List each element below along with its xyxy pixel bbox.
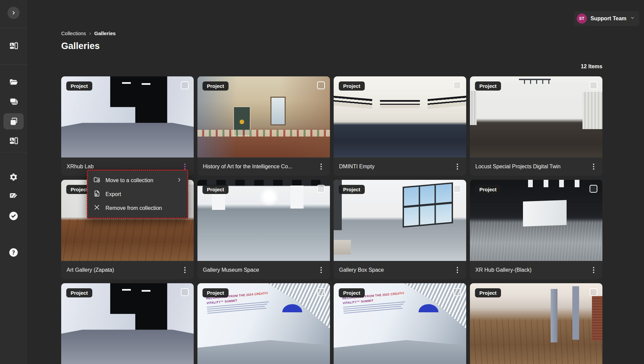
card-title: XRhub Lab [67, 164, 94, 170]
gallery-thumbnail[interactable]: Project [61, 283, 194, 364]
sidebar-item-folders[interactable] [4, 74, 23, 91]
menu-item-export[interactable]: Export [88, 187, 187, 201]
sidebar-item-galleries-selected[interactable] [3, 113, 24, 129]
gallery-card[interactable]: Project [61, 283, 194, 364]
gallery-card[interactable]: Project RECORDINGS FROM THE 2024 CREATIV… [197, 283, 330, 364]
thumbnail-art [282, 304, 302, 312]
gallery-card[interactable]: Project History of Art for the Intellige… [197, 76, 330, 176]
submenu-chevron-icon [176, 177, 182, 184]
gallery-thumbnail[interactable]: Project [61, 76, 194, 157]
breadcrumb: Collections › Galleries [61, 30, 116, 36]
sidebar-item-spaces[interactable] [4, 38, 23, 54]
card-title: Locust Special Projects Digital Twin [475, 164, 560, 170]
kebab-menu-icon[interactable] [454, 265, 461, 275]
sidebar-expand-button[interactable] [4, 5, 23, 21]
breadcrumb-collections[interactable]: Collections [61, 30, 86, 36]
kebab-menu-icon[interactable] [590, 162, 597, 172]
thumbnail-art [470, 91, 477, 125]
kebab-menu-icon[interactable] [318, 265, 325, 275]
gallery-thumbnail[interactable]: Project [470, 180, 602, 261]
select-checkbox[interactable] [181, 288, 189, 296]
user-menu-button[interactable]: ST Support Team [574, 11, 639, 26]
menu-item-move-to-collection[interactable]: Move to a collection [88, 173, 187, 187]
project-badge: Project [475, 185, 501, 194]
gallery-thumbnail[interactable]: Project RECORDINGS FROM THE 2024 CREATIV… [197, 283, 330, 364]
sidebar-item-settings[interactable] [4, 169, 23, 185]
page-title: Galleries [61, 41, 100, 51]
project-badge: Project [475, 288, 501, 297]
select-checkbox[interactable] [590, 81, 597, 89]
project-badge: Project [202, 81, 229, 91]
card-titlebar: Gallery Museum Space [197, 261, 330, 279]
gallery-thumbnail[interactable]: Project [470, 283, 602, 364]
gallery-card[interactable]: Project Gallery Museum Space [197, 180, 330, 279]
move-to-collection-icon [93, 176, 100, 185]
gallery-thumbnail[interactable]: Project [197, 180, 330, 261]
select-checkbox[interactable] [453, 185, 461, 193]
gallery-card[interactable]: Project Gallery Box Space [334, 180, 466, 279]
sidebar-item-boards[interactable] [4, 133, 23, 149]
gallery-card[interactable]: Project XRhub Lab [61, 76, 194, 176]
sidebar-item-messages[interactable] [4, 188, 23, 204]
gallery-thumbnail[interactable]: Project [334, 76, 466, 157]
sidebar-divider [0, 152, 27, 152]
menu-item-label: Move to a collection [105, 177, 153, 184]
breadcrumb-galleries: Galleries [94, 30, 116, 36]
avatar: ST [577, 14, 587, 24]
context-menu: Move to a collection Export Remove from … [87, 170, 188, 219]
thumbnail-art [197, 130, 330, 136]
gallery-thumbnail[interactable]: Project [197, 76, 330, 157]
spaces-icon [9, 137, 18, 146]
thumbnail-art [122, 82, 131, 84]
card-titlebar: Art Gallery (Zapata) [61, 261, 194, 279]
menu-item-label: Export [105, 191, 121, 197]
chevron-down-icon [630, 16, 635, 22]
select-checkbox[interactable] [453, 81, 461, 89]
menu-item-remove-from-collection[interactable]: Remove from collection [88, 201, 187, 215]
project-badge: Project [202, 185, 229, 194]
thumbnail-art [122, 289, 131, 291]
sidebar-divider [0, 64, 27, 65]
gallery-card[interactable]: Project XR Hub Gallery-(Black) [470, 180, 602, 279]
select-checkbox[interactable] [590, 288, 597, 296]
kebab-menu-icon[interactable] [454, 162, 461, 172]
project-badge: Project [339, 81, 365, 91]
sidebar-item-collections[interactable] [4, 94, 23, 110]
check-circle-icon [8, 211, 19, 221]
kebab-menu-icon[interactable] [590, 265, 597, 275]
select-checkbox[interactable] [181, 81, 189, 89]
help-icon: ? [8, 247, 19, 258]
sidebar-item-help[interactable]: ? [4, 244, 23, 261]
items-count: 12 Items [61, 64, 602, 70]
gallery-card[interactable]: Project DMINTI Empty [334, 76, 466, 176]
thumbnail-art [380, 100, 420, 108]
select-checkbox[interactable] [590, 185, 597, 193]
sidebar-item-tasks[interactable] [4, 208, 23, 224]
thumbnail-art [592, 296, 602, 341]
gallery-thumbnail[interactable]: Project RECORDINGS FROM THE 2022 CREATIV… [334, 283, 466, 364]
select-checkbox[interactable] [317, 81, 325, 89]
galleries-copy-icon [9, 117, 18, 126]
gallery-thumbnail[interactable]: Project [334, 180, 466, 261]
project-badge: Project [339, 288, 365, 297]
remove-x-icon [93, 204, 100, 212]
project-badge: Project [66, 288, 92, 297]
gallery-thumbnail[interactable]: Project [470, 76, 602, 157]
card-title: Gallery Museum Space [203, 267, 259, 273]
thumbnail-art [260, 187, 279, 206]
breadcrumb-separator-icon: › [89, 31, 91, 36]
kebab-menu-icon[interactable] [318, 162, 325, 172]
project-badge: Project [202, 288, 229, 297]
gallery-grid: Project XRhub Lab Project History of Art… [61, 76, 602, 364]
select-checkbox[interactable] [317, 288, 325, 296]
gallery-card[interactable]: Project RECORDINGS FROM THE 2022 CREATIV… [334, 283, 466, 364]
chevron-right-icon [7, 7, 20, 19]
select-checkbox[interactable] [453, 288, 461, 296]
layers-icon [9, 97, 18, 106]
select-checkbox[interactable] [317, 185, 325, 193]
kebab-menu-icon[interactable] [182, 265, 188, 275]
card-title: Gallery Box Space [339, 267, 384, 273]
gallery-card[interactable]: Project Locust Special Projects Digital … [470, 76, 602, 176]
gallery-card[interactable]: Project [470, 283, 602, 364]
card-titlebar: Locust Special Projects Digital Twin [470, 157, 602, 176]
